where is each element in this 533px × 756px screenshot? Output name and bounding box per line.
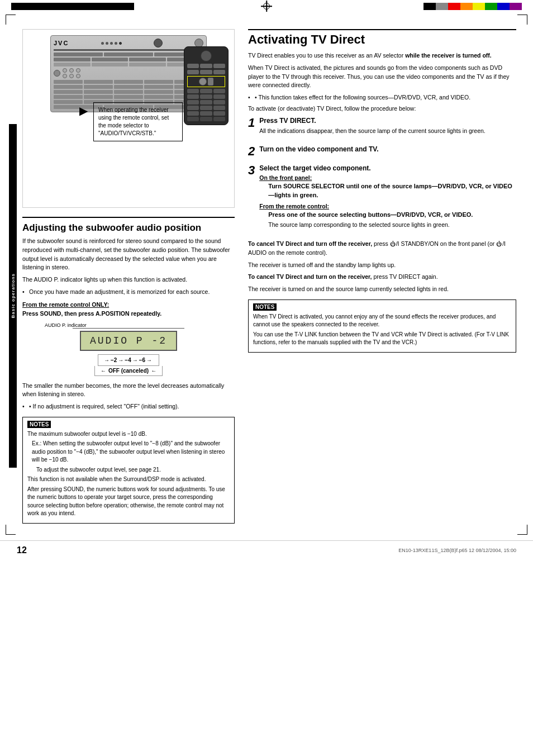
from-remote-only-label: From the remote control ONLY: <box>22 301 235 308</box>
step-3-heading: Select the target video component. <box>259 164 516 172</box>
left-notes-box: NOTES The maximum subwoofer output level… <box>22 417 235 524</box>
right-desc-1: When TV Direct is activated, the picture… <box>248 64 516 90</box>
left-black-bar <box>11 3 134 10</box>
notes-item-3: After pressing SOUND, the numeric button… <box>27 486 230 518</box>
subwoofer-intro-text: If the subwoofer sound is reinforced for… <box>22 237 235 272</box>
left-section-title: Adjusting the subwoofer audio position <box>22 222 235 234</box>
page-number: 12 <box>17 545 27 555</box>
corner-bl <box>6 525 16 535</box>
step-3-remote-label: From the remote control: <box>259 203 516 210</box>
left-section-title-bar <box>22 217 235 218</box>
step-3-number: 3 <box>248 164 255 177</box>
no-adjustment-text: • If no adjustment is required, select "… <box>22 402 235 411</box>
cancel-tv-direct: To cancel TV Direct and turn off the rec… <box>248 240 516 258</box>
step-3: 3 Select the target video component. On … <box>248 164 516 233</box>
flow-diagram-off: ← OFF (canceled) ← <box>94 366 163 376</box>
turn-on-tv-result: The receiver is turned on and the source… <box>248 285 516 294</box>
callout-box: When operating the receiver using the re… <box>93 102 183 141</box>
right-desc-2: To activate (or deactivate) TV Direct, f… <box>248 104 516 113</box>
step-3-remote-body: The source lamp corresponding to the sel… <box>259 221 516 230</box>
footer-file-info: EN10-13RXE11S_12B(B)f.p65 12 08/12/2004,… <box>398 548 516 553</box>
step-1-body: All the indications disappear, then the … <box>259 127 516 136</box>
step-2-number: 2 <box>248 145 255 158</box>
mode-selector-highlight <box>187 76 225 87</box>
step-3-front-panel-label: On the front panel: <box>259 174 516 181</box>
step-2-heading: Turn on the video component and TV. <box>259 145 516 153</box>
center-registration-mark <box>261 1 272 12</box>
corner-br <box>517 525 527 535</box>
audio-display-container: AUDIO P. indicator AUDIO P -2 → −2 → −4 … <box>22 322 235 376</box>
notes-item-adjust: To adjust the subwoofer output level, se… <box>27 466 230 474</box>
right-section-title: Activating TV Direct <box>248 32 516 47</box>
audio-display-screen: AUDIO P -2 <box>80 331 177 351</box>
right-intro: TV Direct enables you to use this receiv… <box>248 51 516 60</box>
step-3-front-panel-text: Turn SOURCE SELECTOR until one of the so… <box>259 182 516 199</box>
device-illustration-box: JVC <box>22 29 235 208</box>
notes-item-1: Ex.: When setting the subwoofer output l… <box>27 440 230 464</box>
right-notes-item-0: When TV Direct is activated, you cannot … <box>253 313 511 329</box>
flow-diagram: → −2 → −4 → −6 → <box>98 354 159 366</box>
step-2: 2 Turn on the video component and TV. <box>248 145 516 158</box>
audio-indicator-label: AUDIO P. indicator <box>22 322 235 328</box>
step-1-heading: Press TV DIRECT. <box>259 117 516 125</box>
press-sound-instruction: Press SOUND, then press A.POSITION repea… <box>22 310 235 317</box>
notes-item-2: This function is not available when the … <box>27 476 230 484</box>
right-color-bars <box>423 3 522 10</box>
right-section-title-bar <box>248 29 516 30</box>
right-notes-box: NOTES When TV Direct is activated, you c… <box>248 299 516 353</box>
basic-operations-sidebar: Basic operations <box>9 124 17 468</box>
notes-title-left: NOTES <box>27 421 51 428</box>
cancel-tv-result: The receiver is turned off and the stand… <box>248 261 516 270</box>
notes-item-0: The maximum subwoofer output level is −1… <box>27 430 230 439</box>
step-1-number: 1 <box>248 117 255 129</box>
step-1: 1 Press TV DIRECT. All the indications d… <box>248 117 516 139</box>
subwoofer-bullet-1: Once you have made an adjustment, it is … <box>22 288 235 297</box>
subwoofer-indicator-text: The AUDIO P. indicator lights up when th… <box>22 275 235 284</box>
step-3-remote-text: Press one of the source selecting button… <box>259 211 516 219</box>
turn-on-tv-direct: To cancel TV Direct and turn on the rece… <box>248 273 516 282</box>
right-notes-item-1: You can use the T-V LINK function betwee… <box>253 331 511 347</box>
remote-control <box>184 46 229 125</box>
callout-arrow-area: ▶ When operating the receiver using the … <box>79 80 183 141</box>
right-desc-bullet: • This function takes effect for the fol… <box>248 93 516 102</box>
jvc-logo: JVC <box>54 40 69 46</box>
notes-title-right: NOTES <box>253 303 277 311</box>
smaller-number-text: The smaller the number becomes, the more… <box>22 382 235 400</box>
footer: 12 EN10-13RXE11S_12B(B)f.p65 12 08/12/20… <box>0 540 533 560</box>
